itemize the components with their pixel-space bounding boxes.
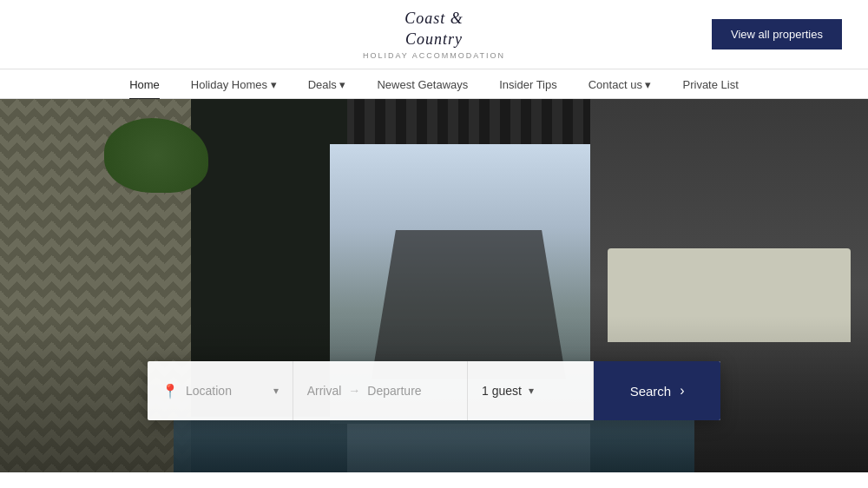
search-button[interactable]: Search › [594,361,720,420]
logo-line2: Country [405,30,463,48]
logo-line1: Coast & [404,10,464,27]
location-field[interactable]: 📍 Location ▾ [148,361,293,420]
nav-private-list[interactable]: Private List [683,78,739,91]
nav-home[interactable]: Home [129,78,160,91]
search-bar: 📍 Location ▾ Arrival → Departure 1 guest… [148,361,720,420]
search-arrow-icon: › [680,383,684,399]
guest-count-label: 1 guest [482,384,522,398]
departure-label: Departure [367,384,421,398]
logo-text: Coast & Country [404,9,464,49]
location-placeholder: Location [186,384,273,398]
nav-holiday-homes[interactable]: Holiday Homes ▾ [191,78,277,91]
nav-deals[interactable]: Deals ▾ [308,78,346,91]
location-dropdown-icon: ▾ [273,385,279,398]
arrival-label: Arrival [307,384,342,398]
header: Coast & Country Holiday Accommodation Vi… [0,0,868,69]
nav-contact[interactable]: Contact us ▾ [589,78,652,91]
logo-subtitle: Holiday Accommodation [363,51,505,60]
date-field[interactable]: Arrival → Departure [293,361,468,420]
search-button-label: Search [630,384,672,399]
location-pin-icon: 📍 [161,383,179,399]
hero-section: 📍 Location ▾ Arrival → Departure 1 guest… [0,99,868,472]
logo: Coast & Country Holiday Accommodation [298,9,569,60]
guest-field[interactable]: 1 guest ▾ [468,361,594,420]
main-nav: Home Holiday Homes ▾ Deals ▾ Newest Geta… [0,69,868,99]
guest-dropdown-icon: ▾ [529,385,534,398]
date-arrow-separator: → [348,384,360,398]
nav-insider-tips[interactable]: Insider Tips [499,78,556,91]
nav-newest-getaways[interactable]: Newest Getaways [377,78,468,91]
view-all-button[interactable]: View all properties [712,19,842,49]
